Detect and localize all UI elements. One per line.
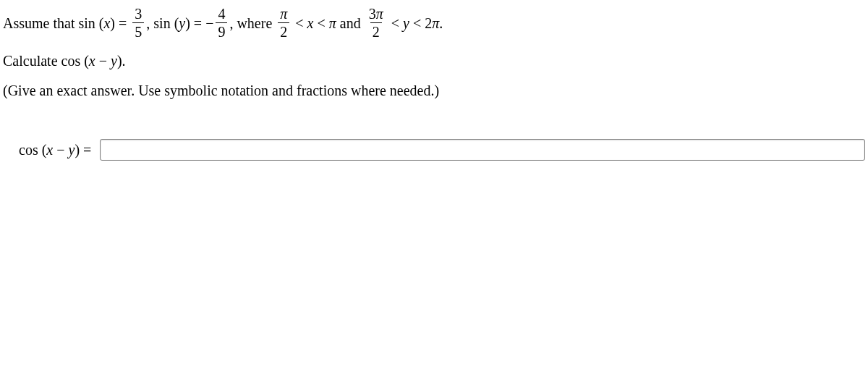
minus: −: [53, 142, 68, 158]
numerator: 3: [132, 6, 144, 22]
text-where: , where: [229, 16, 276, 30]
denominator: 5: [132, 22, 144, 40]
fraction-4-9: 4 9: [216, 6, 227, 40]
lt: <: [388, 16, 403, 30]
period: .: [439, 16, 443, 30]
problem-statement-line1: Assume that sin ( x ) = 3 5 , sin ( y ) …: [3, 6, 865, 40]
open-paren-y: (: [171, 16, 179, 30]
var-x: x: [103, 16, 110, 30]
instruction-text: (Give an exact answer. Use symbolic nota…: [3, 82, 865, 99]
fraction-3-5: 3 5: [132, 6, 144, 40]
var-x: x: [89, 53, 95, 69]
pi: π: [329, 16, 336, 30]
close-eq: ) =: [110, 16, 130, 30]
text-calculate: Calculate cos: [3, 53, 80, 69]
close-eq: ) =: [75, 142, 91, 158]
numerator: 4: [216, 6, 227, 22]
text-assume: Assume that sin: [3, 16, 95, 30]
denominator: 2: [278, 22, 289, 40]
fraction-pi-2: π 2: [278, 6, 289, 40]
numerator: π: [278, 6, 289, 22]
open-paren: (: [95, 16, 104, 30]
open-paren: (: [80, 53, 89, 69]
open-paren: (: [38, 142, 47, 158]
problem-statement-line2: Calculate cos (x − y).: [3, 53, 865, 69]
var-y: y: [111, 53, 117, 69]
lt: <: [292, 16, 307, 30]
fraction-3pi-2: 3π 2: [367, 6, 386, 40]
var-y: y: [179, 16, 185, 30]
answer-input[interactable]: [100, 139, 865, 161]
lt: <: [313, 16, 328, 30]
answer-label: cos (x − y) =: [19, 142, 91, 158]
var-x: x: [307, 16, 314, 30]
cos-text: cos: [19, 142, 38, 158]
denominator: 2: [370, 22, 382, 40]
denominator: 9: [216, 22, 227, 40]
var-y: y: [403, 16, 409, 30]
numerator: 3π: [367, 6, 386, 22]
lt-2pi: < 2: [409, 16, 432, 30]
minus: −: [95, 53, 111, 69]
close-eq-neg: ) = −: [185, 16, 213, 30]
var-x: x: [46, 142, 53, 158]
pi: π: [432, 16, 439, 30]
close-paren: ).: [117, 53, 126, 69]
answer-row: cos (x − y) =: [3, 139, 865, 161]
text-comma-sin: , sin: [146, 16, 170, 30]
and: and: [336, 16, 365, 30]
